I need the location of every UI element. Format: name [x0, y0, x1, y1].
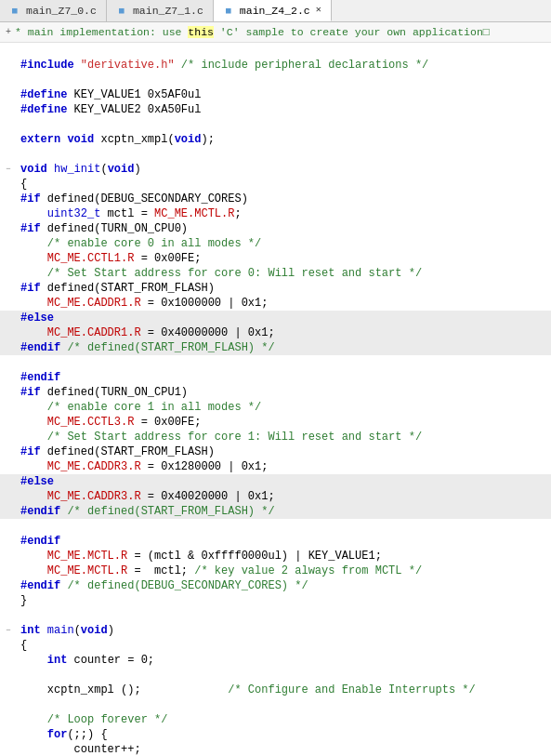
code-line: MC_ME.CADDR1.R = 0x1000000 | 0x1;: [0, 296, 551, 311]
code-line: {: [0, 177, 551, 192]
banner-comment-text: * main implementation: use this 'C' samp…: [15, 26, 490, 38]
comment-banner: + * main implementation: use this 'C' sa…: [0, 22, 551, 43]
code-line: MC_ME.MCTL.R = (mctl & 0xffff0000ul) | K…: [0, 549, 551, 564]
code-line: [0, 117, 551, 132]
code-line: #if defined(TURN_ON_CPU1): [0, 385, 551, 400]
code-line: {: [0, 638, 551, 653]
code-line: #endif: [0, 370, 551, 385]
code-line: counter++;: [0, 742, 551, 755]
code-line: [0, 43, 551, 58]
code-line: /* enable core 1 in all modes */: [0, 400, 551, 415]
c-file-icon-2: ■: [116, 6, 127, 17]
code-line: #if defined(TURN_ON_CPU0): [0, 221, 551, 236]
code-line: xcptn_xmpl (); /* Configure and Enable I…: [0, 683, 551, 697]
tab-close-button[interactable]: ✕: [316, 6, 321, 15]
code-line: #endif /* defined(DEBUG_SECONDARY_CORES)…: [0, 578, 551, 593]
code-line: #else: [0, 311, 551, 325]
code-line: /* Set Start address for core 0: Will re…: [0, 266, 551, 281]
code-line: }: [0, 593, 551, 608]
tab-label-2: main_Z7_1.c: [133, 5, 203, 17]
code-line: #if defined(START_FROM_FLASH): [0, 281, 551, 296]
code-line: /* enable core 0 in all modes */: [0, 236, 551, 251]
code-line: #if defined(DEBUG_SECONDARY_CORES): [0, 192, 551, 206]
code-line: #define KEY_VALUE2 0xA50Ful: [0, 102, 551, 117]
code-line: MC_ME.CADDR3.R = 0x40020000 | 0x1;: [0, 489, 551, 504]
code-line: /* Set Start address for core 1: Will re…: [0, 430, 551, 444]
code-line: for(;;) {: [0, 727, 551, 742]
code-line: [0, 73, 551, 87]
code-line: [0, 147, 551, 162]
code-line: extern void xcptn_xmpl(void);: [0, 132, 551, 147]
code-line: #if defined(START_FROM_FLASH): [0, 444, 551, 459]
code-line: #define KEY_VALUE1 0x5AF0ul: [0, 87, 551, 102]
code-line: MC_ME.CCTL3.R = 0x00FE;: [0, 415, 551, 430]
expand-icon[interactable]: +: [6, 27, 11, 37]
code-line: MC_ME.CCTL1.R = 0x00FE;: [0, 251, 551, 266]
code-line: MC_ME.MCTL.R = mctl; /* key value 2 alwa…: [0, 564, 551, 578]
tab-bar: ■ main_Z7_0.c ■ main_Z7_1.c ■ main_Z4_2.…: [0, 0, 551, 22]
code-line: MC_ME.CADDR1.R = 0x40000000 | 0x1;: [0, 325, 551, 340]
code-line: [0, 519, 551, 534]
code-line: uint32_t mctl = MC_ME.MCTL.R;: [0, 206, 551, 221]
tab-label: main_Z7_0.c: [26, 5, 97, 17]
code-line: − void hw_init(void): [0, 162, 551, 177]
tab-label-3: main_Z4_2.c: [240, 5, 310, 17]
code-line: #else: [0, 474, 551, 489]
tab-main-z4-2[interactable]: ■ main_Z4_2.c ✕: [214, 0, 332, 21]
fold-icon-2[interactable]: −: [6, 623, 10, 638]
code-line: #include "derivative.h" /* include perip…: [0, 58, 551, 73]
code-line: #endif /* defined(START_FROM_FLASH) */: [0, 340, 551, 355]
code-line: [0, 697, 551, 712]
code-line: − int main(void): [0, 623, 551, 638]
code-line: #endif /* defined(START_FROM_FLASH) */: [0, 504, 551, 519]
code-editor[interactable]: #include "derivative.h" /* include perip…: [0, 43, 551, 755]
code-line: [0, 608, 551, 623]
code-line: #endif: [0, 534, 551, 549]
code-line: /* Loop forever */: [0, 712, 551, 727]
tab-main-z7-1[interactable]: ■ main_Z7_1.c: [107, 0, 214, 21]
tab-main-z7-0[interactable]: ■ main_Z7_0.c: [0, 0, 107, 21]
code-line: MC_ME.CADDR3.R = 0x1280000 | 0x1;: [0, 459, 551, 474]
code-line: int counter = 0;: [0, 653, 551, 668]
fold-icon[interactable]: −: [6, 162, 10, 177]
c-file-icon-3: ■: [223, 5, 234, 16]
code-line: [0, 668, 551, 683]
c-file-icon: ■: [9, 6, 20, 17]
code-line: [0, 355, 551, 370]
